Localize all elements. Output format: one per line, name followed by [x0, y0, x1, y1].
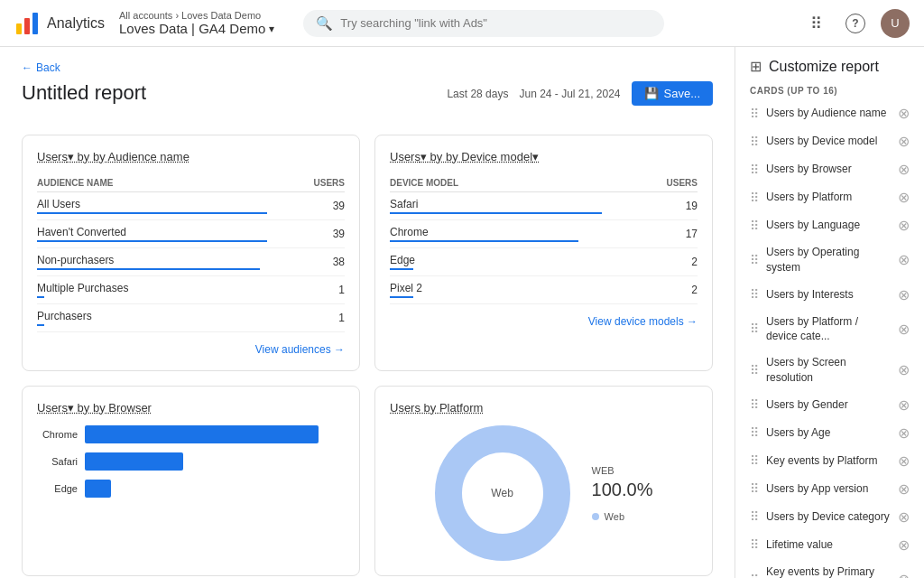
donut-chart: Web [435, 425, 570, 561]
bar-indicator [390, 212, 602, 214]
audience-value-cell: 1 [267, 304, 346, 332]
table-row: Edge 2 [390, 248, 698, 276]
page-title: Untitled report [22, 81, 146, 105]
panel-item-label: Users by Gender [766, 397, 891, 413]
panel-section-label: CARDS (UP TO 16) [735, 82, 924, 99]
audience-value-cell: 39 [267, 220, 346, 248]
device-name-cell: Edge [390, 248, 602, 276]
view-device-link[interactable]: View device models → [390, 315, 698, 328]
search-input[interactable] [340, 16, 651, 30]
avatar[interactable]: U [881, 9, 910, 38]
remove-icon[interactable]: ⊗ [898, 396, 910, 414]
panel-item-language[interactable]: ⠿ Users by Language ⊗ [735, 211, 924, 239]
remove-icon[interactable]: ⊗ [898, 217, 910, 234]
panel-item-audience[interactable]: ⠿ Users by Audience name ⊗ [735, 99, 924, 127]
apps-button[interactable]: ⠿ [801, 9, 830, 38]
panel-item-lifetime[interactable]: ⠿ Lifetime value ⊗ [735, 531, 924, 559]
analytics-logo [14, 11, 40, 36]
help-icon: ? [845, 14, 865, 33]
panel-item-app-version[interactable]: ⠿ Users by App version ⊗ [735, 475, 924, 503]
table-row: Haven't Converted 39 [37, 220, 345, 248]
audience-value-cell: 39 [267, 192, 346, 220]
device-name-cell: Chrome [390, 220, 602, 248]
panel-item-label: Key events by Platform [766, 453, 891, 469]
drag-icon: ⠿ [750, 453, 759, 468]
table-row: Non-purchasers 38 [37, 248, 345, 276]
device-name-cell: Safari [390, 192, 602, 220]
drag-icon: ⠿ [750, 191, 759, 205]
property-selector[interactable]: Loves Data | GA4 Demo ▾ [119, 21, 274, 36]
panel-item-label: Users by Screen resolution [766, 355, 891, 386]
remove-icon[interactable]: ⊗ [898, 105, 910, 122]
back-link[interactable]: ← Back [22, 61, 713, 74]
segment-label: WEB [592, 465, 653, 476]
back-arrow-icon: ← [22, 61, 32, 74]
remove-icon[interactable]: ⊗ [898, 571, 910, 578]
panel-item-interests[interactable]: ⠿ Users by Interests ⊗ [735, 281, 924, 309]
search-icon: 🔍 [316, 15, 333, 32]
audience-col-users: USERS [267, 174, 346, 192]
panel-item-gender[interactable]: ⠿ Users by Gender ⊗ [735, 391, 924, 419]
drag-icon: ⠿ [750, 573, 759, 578]
main-layout: ← Back Untitled report Last 28 days Jun … [0, 47, 924, 578]
remove-icon[interactable]: ⊗ [898, 424, 910, 442]
panel-item-platform[interactable]: ⠿ Users by Platform ⊗ [735, 183, 924, 211]
platform-legend: WEB 100.0% Web [592, 465, 653, 522]
device-col-users: USERS [602, 174, 698, 192]
table-row: Multiple Purchases 1 [37, 276, 345, 304]
panel-item-platform-device[interactable]: ⠿ Users by Platform / device cate... ⊗ [735, 309, 924, 350]
customize-icon: ⊞ [750, 58, 762, 75]
save-button[interactable]: 💾 Save... [632, 81, 713, 106]
app-name: Analytics [47, 15, 105, 32]
device-value-cell: 2 [602, 248, 698, 276]
remove-icon[interactable]: ⊗ [898, 251, 910, 268]
browser-bar-wrap [85, 452, 345, 471]
panel-item-age[interactable]: ⠿ Users by Age ⊗ [735, 419, 924, 447]
browser-bar-row: Safari [37, 452, 345, 471]
table-row: Pixel 2 2 [390, 276, 698, 304]
remove-icon[interactable]: ⊗ [898, 321, 910, 338]
panel-item-key-events-channel[interactable]: ⠿ Key events by Primary channel group...… [735, 559, 924, 578]
svg-rect-1 [24, 18, 30, 34]
panel-item-label: Users by Platform / device cate... [766, 314, 891, 345]
remove-icon[interactable]: ⊗ [898, 286, 910, 303]
table-row: Chrome 17 [390, 220, 698, 248]
device-value-cell: 17 [602, 220, 698, 248]
panel-item-label: Users by Device model [766, 134, 891, 149]
remove-icon[interactable]: ⊗ [898, 361, 910, 378]
remove-icon[interactable]: ⊗ [898, 452, 910, 470]
drag-icon: ⠿ [750, 135, 759, 149]
bar-indicator [390, 240, 578, 242]
browser-bar [85, 452, 183, 471]
remove-icon[interactable]: ⊗ [898, 508, 910, 526]
panel-item-key-events-platform[interactable]: ⠿ Key events by Platform ⊗ [735, 447, 924, 475]
save-icon: 💾 [644, 87, 659, 100]
device-value-cell: 19 [602, 192, 698, 220]
view-audiences-link[interactable]: View audiences → [37, 343, 345, 356]
table-row: Safari 19 [390, 192, 698, 220]
remove-icon[interactable]: ⊗ [898, 133, 910, 150]
panel-item-device-category[interactable]: ⠿ Users by Device category ⊗ [735, 503, 924, 531]
remove-icon[interactable]: ⊗ [898, 536, 910, 554]
legend-dot [592, 513, 599, 520]
bar-indicator [390, 296, 413, 298]
search-bar[interactable]: 🔍 [303, 10, 664, 37]
panel-item-device-model[interactable]: ⠿ Users by Device model ⊗ [735, 127, 924, 155]
device-card: Users▾ by by Device model▾ DEVICE MODEL … [374, 135, 713, 371]
drag-icon: ⠿ [750, 481, 759, 496]
bar-indicator [37, 212, 267, 214]
audience-table: AUDIENCE NAME USERS All Users 39 Haven't… [37, 174, 345, 332]
help-button[interactable]: ? [841, 9, 870, 38]
date-label: Last 28 days [447, 88, 508, 100]
browser-label: Chrome [37, 429, 78, 440]
remove-icon[interactable]: ⊗ [898, 480, 910, 498]
remove-icon[interactable]: ⊗ [898, 161, 910, 178]
logo: Analytics [14, 11, 105, 36]
panel-item-screen-res[interactable]: ⠿ Users by Screen resolution ⊗ [735, 350, 924, 391]
panel-item-label: Users by Device category [766, 509, 891, 525]
browser-bar [85, 480, 111, 498]
panel-item-os[interactable]: ⠿ Users by Operating system ⊗ [735, 239, 924, 281]
panel-item-browser[interactable]: ⠿ Users by Browser ⊗ [735, 155, 924, 183]
drag-icon: ⠿ [750, 537, 759, 552]
remove-icon[interactable]: ⊗ [898, 189, 910, 206]
